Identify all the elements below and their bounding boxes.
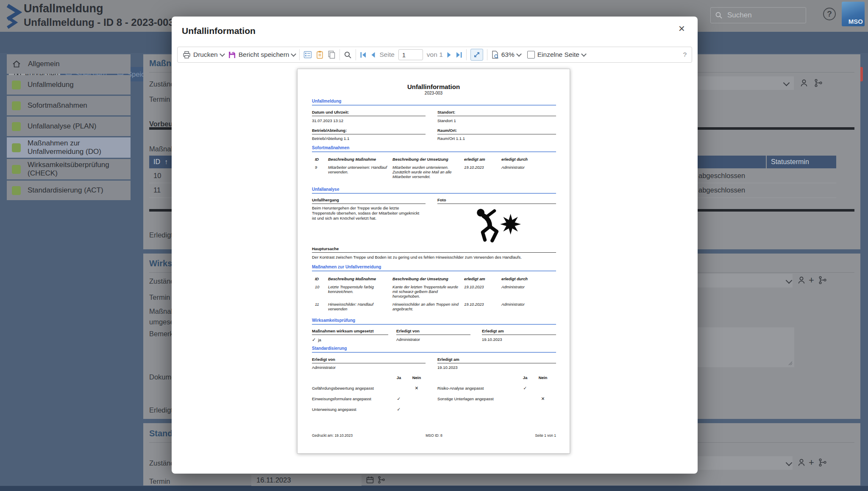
table-row-id[interactable]: 10 bbox=[153, 172, 161, 180]
check-mark-ja: ✓ bbox=[397, 407, 401, 412]
table-header-statustermin[interactable]: Statustermin bbox=[767, 156, 836, 168]
page-label: Seite bbox=[379, 51, 394, 59]
copy-page-button[interactable] bbox=[328, 50, 336, 59]
single-page-toggle[interactable]: Einzelne Seite bbox=[527, 51, 586, 59]
workflow-branch-icon[interactable] bbox=[814, 78, 823, 88]
cell-durch: Administrator bbox=[501, 285, 556, 299]
status-green-icon bbox=[12, 165, 21, 174]
field-value: Betrieb/Abteilung 1.1 bbox=[312, 136, 349, 141]
printer-icon bbox=[183, 51, 191, 59]
nein-column-header: Nein bbox=[412, 375, 421, 380]
cell-id: 9 bbox=[315, 165, 328, 179]
search-box[interactable] bbox=[710, 7, 806, 23]
sidebar-item-massnahmen-do[interactable]: Maßnahmen zur Unfallvermeidung (DO) bbox=[7, 137, 131, 158]
field-value: Administrator bbox=[312, 365, 336, 370]
termin-value: 16.11.2023 bbox=[256, 476, 291, 484]
report-parameters-button[interactable] bbox=[303, 50, 312, 59]
section-heading-wirksamkeit: Wirksamkeitsprüfung bbox=[312, 318, 556, 325]
sort-asc-icon: ↑ bbox=[164, 158, 168, 166]
field-label-umgesetzt: umgese bbox=[149, 318, 174, 326]
status-green-icon bbox=[12, 143, 21, 152]
save-report-label: Bericht speichern bbox=[239, 51, 289, 59]
viewer-help-button[interactable]: ? bbox=[683, 51, 687, 59]
field-label: Erledigt am bbox=[482, 329, 556, 335]
person-picker-icon[interactable] bbox=[797, 458, 806, 467]
next-page-button[interactable] bbox=[447, 52, 452, 58]
search-input[interactable] bbox=[726, 11, 796, 20]
mso-id: MSO ID: 8 bbox=[312, 433, 556, 438]
ja-column-header: Ja bbox=[397, 375, 401, 380]
page-indicator: Seite 1 von 1 bbox=[535, 433, 556, 438]
status-green-icon bbox=[12, 81, 21, 89]
workflow-branch-icon[interactable] bbox=[818, 458, 827, 467]
clipboard-button[interactable] bbox=[316, 50, 324, 59]
zoom-select[interactable]: 63% bbox=[491, 50, 521, 59]
cell-id: 10 bbox=[315, 285, 328, 299]
col-header: Beschreibung Maßnahme bbox=[328, 277, 392, 282]
single-page-checkbox[interactable] bbox=[527, 51, 535, 59]
table-row-id[interactable]: 11 bbox=[153, 186, 161, 194]
field-value: Standort 1 bbox=[437, 118, 456, 123]
sidebar-label: Wirksamkeitsüberprüfung (CHECK) bbox=[28, 161, 125, 178]
check-mark-nein: ✕ bbox=[415, 385, 419, 391]
col-header: erledigt am bbox=[464, 157, 501, 162]
field-label-zustaendig: Zuständ bbox=[149, 277, 175, 285]
umgesetzt-value: ja bbox=[318, 338, 321, 342]
col-header: erledigt durch bbox=[501, 157, 556, 162]
add-icon[interactable]: + bbox=[809, 275, 814, 286]
zoom-value: 63% bbox=[501, 51, 515, 59]
col-header: erledigt am bbox=[464, 277, 501, 282]
save-report-button[interactable]: Bericht speichern bbox=[228, 51, 296, 59]
close-icon[interactable]: × bbox=[676, 22, 687, 34]
chevron-down-icon[interactable] bbox=[784, 81, 789, 85]
last-page-button[interactable] bbox=[456, 52, 462, 58]
resize-handle-icon[interactable] bbox=[787, 360, 793, 365]
field-value: Administrator bbox=[396, 337, 420, 342]
cell-durch: Administrator bbox=[501, 302, 556, 312]
field-value: ✓ ja bbox=[312, 337, 321, 343]
field-label-massnahmen: Maßnah bbox=[149, 307, 175, 315]
workflow-branch-icon[interactable] bbox=[377, 476, 386, 484]
field-value: Raum/Ort 1.1.1 bbox=[437, 136, 465, 141]
fullscreen-button[interactable] bbox=[470, 49, 483, 61]
report-viewer-toolbar: Drucken Bericht speichern bbox=[177, 47, 692, 63]
person-picker-icon[interactable] bbox=[797, 276, 806, 285]
vermeidung-table: ID Beschreibung Maßnahme Beschreibung de… bbox=[315, 277, 556, 312]
workflow-branch-icon[interactable] bbox=[818, 276, 827, 285]
page-zoom-icon bbox=[491, 50, 499, 59]
cell-id: 11 bbox=[315, 302, 328, 312]
previous-page-button[interactable] bbox=[370, 52, 376, 58]
add-icon[interactable]: + bbox=[809, 457, 814, 468]
help-button[interactable]: ? bbox=[823, 8, 836, 20]
calendar-icon[interactable] bbox=[366, 476, 374, 484]
sidebar-nav: Allgemein Unfallmeldung Sofortmaßnahmen … bbox=[7, 54, 131, 201]
unfallinformation-dialog: Unfallinformation × Drucken bbox=[172, 17, 698, 474]
col-header: Beschreibung der Umsetzung bbox=[392, 157, 464, 162]
cell-massnahme: Letzte Treppenstufe farbig kennzeichnen. bbox=[328, 285, 392, 299]
chevron-down-icon[interactable] bbox=[787, 460, 791, 465]
col-header: ID bbox=[315, 157, 328, 162]
search-report-button[interactable] bbox=[344, 51, 352, 59]
print-button[interactable]: Drucken bbox=[183, 51, 224, 59]
field-value: 19.10.2023 bbox=[482, 337, 502, 342]
sidebar-item-wirksamkeitsueberpruefung[interactable]: Wirksamkeitsüberprüfung (CHECK) bbox=[7, 159, 131, 179]
field-label-erledigt: Erledigt bbox=[149, 231, 173, 239]
sidebar-item-unfallmeldung[interactable]: Unfallmeldung bbox=[7, 75, 131, 95]
first-page-button[interactable] bbox=[360, 52, 367, 58]
table-row-status[interactable]: abgeschlossen bbox=[698, 186, 745, 194]
termin-date-input[interactable]: 16.11.2023 bbox=[251, 475, 362, 486]
toolbar-separator bbox=[299, 49, 300, 60]
field-label: Betrieb/Abteilung: bbox=[312, 128, 426, 134]
sidebar-label: Standardisierung (ACT) bbox=[28, 186, 103, 195]
sidebar-item-allgemein[interactable]: Allgemein bbox=[7, 54, 131, 74]
chevron-down-icon[interactable] bbox=[787, 278, 791, 283]
section-heading-sofortmassnahmen: Sofortmaßnahmen bbox=[312, 145, 556, 152]
sidebar-item-unfallanalyse[interactable]: Unfallanalyse (PLAN) bbox=[7, 117, 131, 136]
person-picker-icon[interactable] bbox=[799, 78, 809, 88]
sidebar-item-sofortmassnahmen[interactable]: Sofortmaßnahmen bbox=[7, 96, 131, 115]
page-number-input[interactable] bbox=[398, 49, 423, 60]
field-label-zustaendig: Zuständ bbox=[149, 459, 175, 467]
table-row-status[interactable]: abgeschlossen bbox=[698, 172, 745, 180]
field-label-zustaendig: Zuständ bbox=[149, 80, 175, 88]
sidebar-item-standardisierung[interactable]: Standardisierung (ACT) bbox=[7, 181, 131, 200]
